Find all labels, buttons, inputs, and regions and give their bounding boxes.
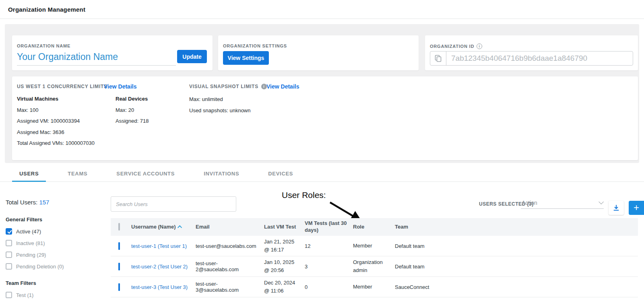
- info-icon[interactable]: [477, 43, 482, 49]
- total-users-count-link[interactable]: 157: [39, 199, 49, 206]
- filter-inactive[interactable]: Inactive (81): [6, 240, 107, 246]
- snapshot-limits-title: VISUAL SNAPSHOT LIMITS: [189, 84, 267, 89]
- checkbox-checked-icon[interactable]: [6, 228, 12, 235]
- organization-id-input[interactable]: [446, 52, 633, 65]
- checkbox-icon[interactable]: [6, 263, 12, 270]
- tab-invitations[interactable]: INVITATIONS: [196, 167, 246, 182]
- filter-active[interactable]: Active (47): [6, 228, 107, 235]
- chevron-down-icon: [599, 199, 604, 204]
- organization-id-card: ORGANIZATION ID: [425, 35, 638, 70]
- role-cell: Member: [353, 283, 395, 291]
- filter-team-test[interactable]: Test (1): [6, 292, 107, 298]
- team-cell: Default team: [395, 264, 638, 270]
- snapshot-view-details-link[interactable]: View Details: [266, 83, 299, 90]
- real-devices-column: Real Devices Max: 20 Assigned: 718: [116, 96, 149, 130]
- organization-id-field: [430, 51, 633, 66]
- checkbox-icon[interactable]: [6, 251, 12, 258]
- search-input[interactable]: [111, 196, 236, 212]
- snapshot-column: Max: unlimited Used snapshots: unknown: [189, 97, 250, 119]
- row-checkbox-checked[interactable]: [118, 242, 120, 250]
- info-icon[interactable]: [261, 84, 267, 89]
- filter-label: Pending (29): [16, 252, 46, 258]
- concurrency-view-details-link[interactable]: View Details: [104, 83, 136, 90]
- team-cell: Default team: [395, 243, 638, 249]
- row-checkbox-checked[interactable]: [118, 283, 120, 291]
- limits-card: US WEST 1 CONCURRENCY LIMITS View Detail…: [12, 76, 638, 160]
- role-cell: Member: [353, 242, 395, 250]
- page-title: Organization Management: [8, 6, 85, 13]
- vm-assigned-mac: Assigned Mac: 3636: [17, 130, 95, 135]
- copy-icon: [435, 55, 442, 62]
- download-users-button[interactable]: [609, 201, 624, 215]
- tab-bar: USERS TEAMS SERVICE ACCOUNTS INVITATIONS…: [0, 167, 644, 182]
- snapshot-used: Used snapshots: unknown: [189, 108, 250, 113]
- organization-id-label: ORGANIZATION ID: [430, 44, 474, 49]
- role-cell: Organization admin: [353, 258, 395, 274]
- tab-service-accounts[interactable]: SERVICE ACCOUNTS: [109, 167, 182, 182]
- tab-devices[interactable]: DEVICES: [261, 167, 300, 182]
- table-row: test-user-3 (Test User 3) test-user-3@sa…: [111, 277, 638, 297]
- username-link[interactable]: test-user-3 (Test User 3): [131, 284, 188, 290]
- total-users-label: Total Users:: [6, 199, 37, 206]
- user-roles-annotation: User Roles:: [282, 190, 326, 200]
- filter-pending-deletion[interactable]: Pending Deletion (0): [6, 263, 107, 270]
- team-filters-heading: Team Filters: [6, 280, 107, 287]
- general-filters-heading: General Filters: [6, 216, 107, 223]
- select-all-checkbox[interactable]: [118, 223, 120, 231]
- virtual-machines-heading: Virtual Machines: [17, 96, 95, 101]
- column-header-email: Email: [196, 224, 264, 231]
- email-cell: test-user-3@saucelabs.com: [196, 281, 264, 293]
- update-button[interactable]: Update: [177, 50, 207, 63]
- table-row: test-user-2 (Test User 2) test-user-2@sa…: [111, 256, 638, 277]
- filter-label: Test (1): [16, 292, 33, 298]
- vm-tests-cell: 0: [305, 284, 353, 290]
- organization-name-label: ORGANIZATION NAME: [17, 43, 70, 48]
- vm-tests-cell: 3: [305, 264, 353, 270]
- table-header-row: Username (Name) Email Last VM Test VM Te…: [111, 218, 638, 236]
- tab-users[interactable]: USERS: [12, 167, 46, 182]
- username-link[interactable]: test-user-1 (Test user 1): [131, 243, 187, 249]
- virtual-machines-column: Virtual Machines Max: 100 Assigned VM: 1…: [17, 96, 95, 152]
- organization-settings-card: ORGANIZATION SETTINGS View Settings: [218, 35, 419, 70]
- last-vm-test-cell: Jan 10, 2025 @ 20:56: [264, 258, 305, 274]
- users-table: Username (Name) Email Last VM Test VM Te…: [111, 218, 638, 297]
- filter-label: Active (47): [16, 229, 41, 235]
- last-vm-test-cell: Jan 21, 2025 @ 16:17: [264, 238, 305, 254]
- snapshot-max: Max: unlimited: [189, 97, 250, 102]
- real-devices-heading: Real Devices: [116, 96, 149, 101]
- column-header-vm-tests: VM Tests (last 30 days): [305, 220, 353, 234]
- organization-name-input[interactable]: Your Organization Name: [17, 52, 176, 66]
- copy-button[interactable]: [430, 52, 446, 65]
- column-header-team: Team: [395, 224, 638, 231]
- column-header-role: Role: [353, 224, 395, 231]
- vm-tests-cell: 12: [305, 243, 353, 249]
- row-checkbox-checked[interactable]: [118, 263, 120, 270]
- email-cell: test-user@saucelabs.com: [196, 243, 264, 249]
- rd-max: Max: 20: [116, 107, 149, 113]
- tab-teams[interactable]: TEAMS: [60, 167, 95, 182]
- last-vm-test-cell: Dec 20, 2024 @ 11:06: [264, 279, 305, 295]
- filter-label: Inactive (81): [16, 240, 45, 246]
- column-header-last-vm-test: Last VM Test: [264, 224, 305, 231]
- vm-total-assigned: Total Assigned VMs: 1000007030: [17, 140, 95, 146]
- action-select[interactable]: Action: [521, 197, 604, 209]
- organization-name-card: ORGANIZATION NAME Your Organization Name…: [12, 35, 213, 70]
- add-user-button[interactable]: [629, 201, 644, 215]
- view-settings-button[interactable]: View Settings: [223, 51, 269, 65]
- organization-settings-label: ORGANIZATION SETTINGS: [223, 43, 287, 48]
- vm-max: Max: 100: [17, 107, 95, 113]
- checkbox-icon[interactable]: [6, 292, 12, 298]
- rd-assigned: Assigned: 718: [116, 118, 149, 124]
- table-row: test-user-1 (Test user 1) test-user@sauc…: [111, 236, 638, 256]
- column-header-username[interactable]: Username (Name): [131, 224, 192, 231]
- vm-assigned: Assigned VM: 1000003394: [17, 118, 95, 124]
- action-select-value: Action: [522, 200, 537, 206]
- download-icon: [613, 205, 619, 211]
- top-bar: Organization Management: [0, 0, 644, 19]
- username-link[interactable]: test-user-2 (Test User 2): [131, 264, 188, 270]
- checkbox-icon[interactable]: [6, 240, 12, 246]
- organization-overview-panel: ORGANIZATION NAME Your Organization Name…: [5, 24, 639, 163]
- filter-pending[interactable]: Pending (29): [6, 251, 107, 258]
- concurrency-limits-title: US WEST 1 CONCURRENCY LIMITS: [17, 84, 107, 89]
- team-cell: SauceConnect: [395, 284, 638, 290]
